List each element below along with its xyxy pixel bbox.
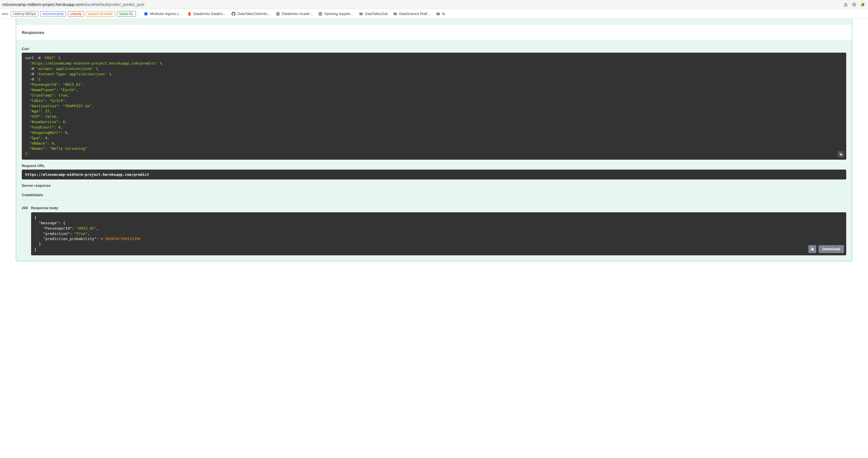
bookmark-item[interactable]: DataTalksClub/mlo… bbox=[229, 11, 272, 17]
request-url-label: Request URL bbox=[22, 164, 846, 168]
responses-header: Responses bbox=[16, 25, 852, 40]
bookmark-label: Minikube Ingress |… bbox=[150, 12, 182, 16]
curl-command[interactable]: curl -X 'POST' \ 'https://mlzoomcamp-mid… bbox=[22, 53, 846, 160]
k8s-icon bbox=[144, 11, 148, 16]
svg-rect-5 bbox=[840, 154, 842, 156]
response-body[interactable]: { "message": { "PassengerId": "0013_01",… bbox=[31, 212, 846, 255]
page-content: Responses Curl curl -X 'POST' \ 'https:/… bbox=[0, 19, 868, 273]
bookmarks-prefix: arks bbox=[2, 12, 9, 16]
star-icon[interactable] bbox=[851, 1, 857, 8]
bookmark-tag[interactable]: fastai-DL bbox=[117, 11, 136, 17]
globe-icon bbox=[276, 11, 280, 16]
bookmark-tag[interactable]: Udemy-MlOps bbox=[11, 11, 38, 17]
bookmark-folder[interactable]: DataTalksClub bbox=[357, 11, 390, 17]
address-path: /docs#/default/predict_predict_post bbox=[83, 2, 145, 7]
curl-label: Curl bbox=[22, 47, 846, 51]
bookmark-item[interactable]: Minikube Ingress |… bbox=[142, 11, 184, 17]
bookmark-label: DataScience Platf… bbox=[399, 12, 431, 16]
response-actions: Download bbox=[808, 245, 844, 253]
chrome-profile-icon[interactable] bbox=[860, 1, 866, 8]
request-url[interactable]: https://mlzoomcamp-midterm-project.herok… bbox=[22, 170, 846, 179]
bookmark-item[interactable]: Opening Jupyter… bbox=[316, 11, 355, 17]
bookmark-tag[interactable]: mlzoomcamp bbox=[40, 11, 66, 17]
bookmarks-bar: arks Udemy-MlOps mlzoomcamp udacity proj… bbox=[0, 9, 868, 19]
copy-icon[interactable] bbox=[808, 245, 816, 253]
table-row: 200 Response body { "message": { "Passen… bbox=[22, 200, 846, 255]
share-icon[interactable] bbox=[842, 1, 849, 8]
svg-marker-2 bbox=[144, 12, 148, 16]
status-code: 200 bbox=[22, 200, 31, 255]
globe-icon bbox=[318, 11, 322, 16]
bookmark-folder[interactable]: fa bbox=[434, 11, 447, 17]
download-button[interactable]: Download bbox=[818, 245, 844, 253]
bookmark-divider bbox=[139, 11, 139, 17]
copy-icon[interactable] bbox=[838, 151, 844, 158]
bookmark-item[interactable]: Databricks DataEn… bbox=[185, 11, 228, 17]
folder-icon bbox=[436, 11, 440, 16]
bookmark-folder[interactable]: DataScience Platf… bbox=[391, 11, 433, 17]
bookmark-label: fa bbox=[442, 12, 445, 16]
address-url[interactable]: mlzoomcamp-midterm-project.herokuapp.com… bbox=[2, 2, 840, 7]
bookmark-tag[interactable]: project-of-week bbox=[86, 11, 115, 17]
swagger-operation: Responses Curl curl -X 'POST' \ 'https:/… bbox=[16, 19, 852, 261]
databricks-icon bbox=[187, 11, 192, 16]
github-icon bbox=[231, 11, 236, 16]
svg-marker-1 bbox=[852, 3, 856, 6]
svg-rect-7 bbox=[812, 249, 814, 251]
bookmark-label: Databricks Acade… bbox=[282, 12, 313, 16]
operation-body: Curl curl -X 'POST' \ 'https://mlzoomcam… bbox=[16, 40, 852, 261]
response-table: Code Details 200 Response body { "messag… bbox=[22, 190, 846, 255]
browser-address-bar: mlzoomcamp-midterm-project.herokuapp.com… bbox=[0, 0, 868, 9]
bookmark-label: Opening Jupyter… bbox=[324, 12, 354, 16]
details-header: Details bbox=[31, 190, 846, 200]
bookmark-item[interactable]: Databricks Acade… bbox=[274, 11, 315, 17]
address-host: mlzoomcamp-midterm-project.herokuapp.com bbox=[2, 2, 83, 7]
folder-icon bbox=[393, 11, 398, 16]
bookmark-label: DataTalksClub/mlo… bbox=[238, 12, 271, 16]
bookmark-label: DataTalksClub bbox=[365, 12, 388, 16]
server-response-label: Server response bbox=[22, 183, 846, 188]
response-body-label: Response body bbox=[31, 206, 846, 210]
code-header: Code bbox=[22, 190, 31, 200]
bookmark-label: Databricks DataEn… bbox=[193, 12, 226, 16]
bookmark-tag[interactable]: udacity bbox=[68, 11, 84, 17]
folder-icon bbox=[359, 11, 363, 16]
